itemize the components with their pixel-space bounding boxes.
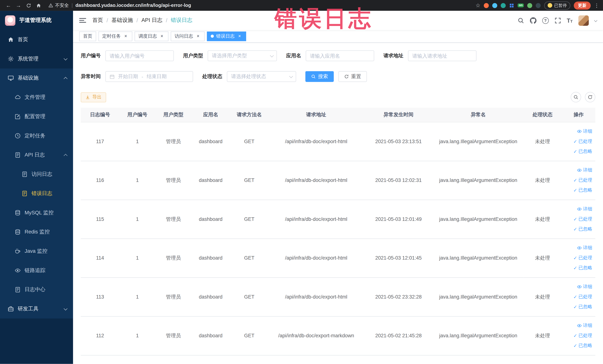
chevron-down-icon[interactable]: [594, 19, 597, 22]
close-icon[interactable]: ×: [159, 33, 165, 39]
cell-app-name: dashboard: [191, 161, 230, 200]
request-url-input[interactable]: [408, 50, 476, 61]
sidebar-item-system-mgmt[interactable]: 系统管理: [0, 49, 73, 69]
detail-link[interactable]: 详细: [577, 243, 592, 253]
close-icon[interactable]: ×: [123, 33, 128, 39]
tab-error-log[interactable]: 错误日志 ×: [207, 31, 246, 41]
app-name-input[interactable]: [306, 50, 374, 61]
help-icon[interactable]: ?: [542, 17, 549, 23]
sidebar-item-dev-tools[interactable]: 研发工具: [0, 299, 73, 318]
home-button-icon[interactable]: [34, 1, 43, 10]
search-icon[interactable]: [518, 17, 524, 23]
check-icon: ✓: [573, 294, 577, 299]
extension-icon-green[interactable]: [527, 3, 532, 8]
user-avatar[interactable]: [578, 15, 589, 26]
date-range-picker[interactable]: 开始日期 - 结束日期: [105, 71, 193, 82]
sidebar-item-scheduled-jobs[interactable]: 定时任务: [0, 126, 73, 145]
document-icon: [22, 190, 28, 197]
breadcrumb-item[interactable]: API 日志: [141, 17, 162, 24]
mark-processed-link[interactable]: ✓已处理: [573, 253, 592, 263]
column-header: 用户类型: [155, 108, 191, 122]
coffee-icon: [15, 248, 21, 254]
close-icon[interactable]: ×: [195, 33, 201, 39]
mark-ignored-link[interactable]: ✓已忽略: [573, 302, 592, 312]
extension-icon-dark[interactable]: [536, 3, 541, 8]
extension-icon-orange[interactable]: [484, 3, 489, 8]
back-icon[interactable]: ←: [4, 1, 13, 10]
filter-request-url: 请求地址: [383, 50, 476, 61]
breadcrumb-current: 错误日志: [171, 17, 192, 24]
detail-link[interactable]: 详细: [577, 321, 592, 330]
mark-ignored-link[interactable]: ✓已忽略: [573, 224, 592, 234]
sidebar-item-tracing[interactable]: 链路追踪: [0, 261, 73, 280]
tab-home[interactable]: 首页: [79, 31, 96, 41]
app-logo[interactable]: 芋道管理系统: [0, 11, 73, 30]
tab-scheduler-log[interactable]: 调度日志 ×: [135, 31, 169, 41]
paused-extension-badge[interactable]: 已暂停: [544, 1, 570, 10]
tab-access-log[interactable]: 访问日志 ×: [171, 31, 205, 41]
sidebar-item-file-mgmt[interactable]: 文件管理: [0, 88, 73, 107]
browser-menu-icon[interactable]: ⋮: [594, 2, 599, 8]
font-size-icon[interactable]: TT: [567, 17, 573, 23]
sidebar-item-log-center[interactable]: 日志中心: [0, 280, 73, 299]
close-icon[interactable]: ×: [237, 33, 242, 39]
eye-icon: [577, 129, 582, 134]
mark-processed-link[interactable]: ✓已处理: [573, 331, 592, 341]
detail-link[interactable]: 详细: [577, 127, 592, 136]
sidebar-item-api-logs[interactable]: API 日志: [0, 145, 73, 165]
mark-processed-link[interactable]: ✓已处理: [573, 214, 592, 224]
cell-user-type: 管理员: [155, 161, 191, 200]
hamburger-menu-icon[interactable]: [79, 18, 86, 23]
extension-grid-icon[interactable]: [509, 3, 514, 8]
detail-link[interactable]: 详细: [577, 282, 592, 292]
sidebar-item-redis-monitor[interactable]: Redis 监控: [0, 222, 73, 242]
sidebar-item-mysql-monitor[interactable]: MySQL 监控: [0, 203, 73, 222]
bookmark-star-icon[interactable]: ☆: [476, 2, 480, 8]
github-icon[interactable]: [530, 17, 536, 23]
search-button[interactable]: 搜索: [305, 71, 334, 82]
fullscreen-icon[interactable]: [555, 17, 561, 23]
filter-user-type: 用户类型 请选择用户类型: [183, 50, 277, 61]
mark-ignored-link[interactable]: ✓已忽略: [573, 186, 592, 195]
forward-icon[interactable]: →: [14, 1, 23, 10]
sidebar-item-access-log[interactable]: 访问日志: [0, 165, 73, 184]
sidebar-item-home[interactable]: 首页: [0, 30, 73, 49]
user-type-select[interactable]: 请选择用户类型: [208, 50, 277, 61]
extension-on-badge[interactable]: on: [518, 3, 524, 7]
sidebar-item-label: 基础设施: [18, 75, 38, 82]
detail-link[interactable]: 详细: [577, 204, 592, 214]
cell-user-id: 1: [119, 161, 155, 200]
cell-app-name: dashboard: [191, 200, 230, 239]
browser-toolbar: ← → 不安全 | dashboard.yudao.iocoder.cn/inf…: [0, 0, 603, 11]
chrome-update-button[interactable]: 更新: [574, 1, 591, 10]
user-id-input[interactable]: [105, 50, 174, 61]
detail-link[interactable]: 详细: [577, 165, 592, 175]
edit-icon: [15, 114, 21, 120]
sidebar-item-error-log[interactable]: 错误日志: [0, 184, 73, 203]
extension-icon-blue[interactable]: [492, 3, 497, 8]
column-header: 处理状态: [523, 108, 562, 122]
address-bar[interactable]: 不安全 | dashboard.yudao.iocoder.cn/infra/l…: [48, 2, 191, 9]
mark-ignored-link[interactable]: ✓已忽略: [573, 341, 592, 351]
extension-icon-teal[interactable]: [501, 3, 506, 8]
sidebar-item-config-mgmt[interactable]: 配置管理: [0, 107, 73, 126]
breadcrumb-item[interactable]: 基础设施: [111, 17, 133, 24]
mark-processed-link[interactable]: ✓已处理: [573, 176, 592, 185]
mark-ignored-link[interactable]: ✓已忽略: [573, 263, 592, 273]
sidebar-item-infrastructure[interactable]: 基础设施: [0, 69, 73, 88]
reset-button[interactable]: 重置: [338, 71, 367, 82]
cell-request-method: GET: [230, 316, 269, 355]
mark-ignored-link[interactable]: ✓已忽略: [573, 146, 592, 156]
mark-processed-link[interactable]: ✓已处理: [573, 292, 592, 302]
security-indicator[interactable]: 不安全: [48, 2, 69, 9]
breadcrumb-item[interactable]: 首页: [92, 17, 103, 24]
process-status-select[interactable]: 请选择处理状态: [227, 71, 296, 82]
sidebar-item-java-monitor[interactable]: Java 监控: [0, 242, 73, 261]
reload-icon[interactable]: [24, 1, 33, 10]
logo-rabbit-avatar: [5, 15, 15, 26]
mark-processed-link[interactable]: ✓已处理: [573, 137, 592, 146]
toggle-search-button[interactable]: [571, 92, 581, 102]
export-button[interactable]: 导出: [81, 92, 106, 102]
tab-scheduled-jobs[interactable]: 定时任务 ×: [98, 31, 132, 41]
refresh-table-button[interactable]: [585, 92, 595, 102]
